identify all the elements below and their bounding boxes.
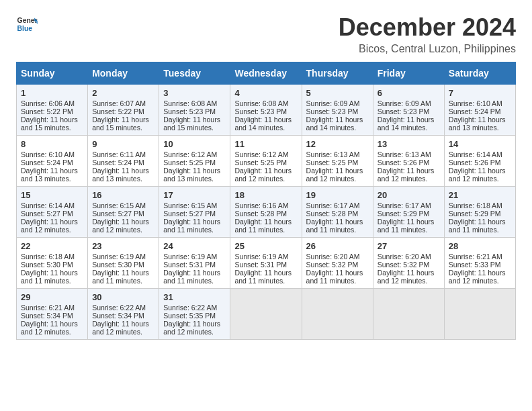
calendar-cell: 19 Sunrise: 6:17 AM Sunset: 5:28 PM Dayl…	[302, 187, 373, 238]
day-number: 17	[163, 190, 226, 200]
calendar-cell	[230, 289, 302, 340]
day-number: 3	[163, 88, 226, 98]
day-number: 14	[449, 139, 511, 149]
day-number: 8	[21, 139, 83, 149]
day-of-week-header: Monday	[88, 62, 159, 85]
day-number: 19	[306, 190, 369, 200]
sunrise-text: Sunrise: 6:19 AM	[163, 253, 217, 261]
sunrise-text: Sunrise: 6:09 AM	[306, 99, 360, 107]
day-number: 4	[234, 88, 297, 98]
daylight-text: Daylight: 11 hours and 11 minutes.	[234, 269, 292, 285]
day-of-week-header: Sunday	[17, 62, 88, 85]
day-number: 15	[21, 190, 83, 200]
sunset-text: Sunset: 5:34 PM	[92, 312, 144, 320]
sunset-text: Sunset: 5:24 PM	[21, 158, 73, 167]
sunrise-text: Sunrise: 6:19 AM	[234, 253, 288, 261]
sunset-text: Sunset: 5:27 PM	[163, 210, 216, 218]
sunrise-text: Sunrise: 6:17 AM	[306, 201, 360, 210]
sunset-text: Sunset: 5:32 PM	[306, 261, 359, 269]
sunrise-text: Sunrise: 6:13 AM	[378, 150, 431, 158]
daylight-text: Daylight: 11 hours and 12 minutes.	[92, 218, 149, 234]
calendar-cell: 13 Sunrise: 6:13 AM Sunset: 5:26 PM Dayl…	[373, 136, 444, 187]
calendar-week-row: 22 Sunrise: 6:18 AM Sunset: 5:30 PM Dayl…	[17, 238, 516, 289]
page-header: General Blue December 2024 Bicos, Centra…	[16, 13, 516, 55]
calendar-header-row: SundayMondayTuesdayWednesdayThursdayFrid…	[17, 62, 516, 85]
calendar-cell	[302, 289, 373, 340]
sunset-text: Sunset: 5:25 PM	[163, 158, 216, 167]
sunset-text: Sunset: 5:24 PM	[92, 158, 144, 167]
sunset-text: Sunset: 5:24 PM	[449, 107, 501, 116]
daylight-text: Daylight: 11 hours and 11 minutes.	[21, 269, 78, 285]
daylight-text: Daylight: 11 hours and 12 minutes.	[306, 167, 363, 183]
daylight-text: Daylight: 11 hours and 13 minutes.	[449, 116, 506, 132]
sunset-text: Sunset: 5:23 PM	[234, 107, 287, 116]
calendar-cell: 15 Sunrise: 6:14 AM Sunset: 5:27 PM Dayl…	[17, 187, 88, 238]
daylight-text: Daylight: 11 hours and 15 minutes.	[92, 116, 149, 132]
sunrise-text: Sunrise: 6:18 AM	[21, 253, 75, 261]
sunset-text: Sunset: 5:30 PM	[92, 261, 144, 269]
day-number: 30	[92, 292, 154, 302]
sunrise-text: Sunrise: 6:21 AM	[449, 253, 502, 261]
day-number: 2	[92, 88, 154, 98]
day-number: 25	[234, 241, 297, 251]
day-of-week-header: Tuesday	[159, 62, 230, 85]
sunset-text: Sunset: 5:25 PM	[234, 158, 287, 167]
day-number: 28	[449, 241, 511, 251]
daylight-text: Daylight: 11 hours and 13 minutes.	[21, 167, 78, 183]
sunset-text: Sunset: 5:25 PM	[306, 158, 359, 167]
daylight-text: Daylight: 11 hours and 12 minutes.	[378, 167, 435, 183]
daylight-text: Daylight: 11 hours and 11 minutes.	[449, 218, 506, 234]
daylight-text: Daylight: 11 hours and 12 minutes.	[92, 320, 149, 336]
sunset-text: Sunset: 5:31 PM	[163, 261, 216, 269]
daylight-text: Daylight: 11 hours and 14 minutes.	[306, 116, 363, 132]
day-number: 26	[306, 241, 369, 251]
sunrise-text: Sunrise: 6:17 AM	[378, 201, 431, 210]
calendar-cell: 12 Sunrise: 6:13 AM Sunset: 5:25 PM Dayl…	[302, 136, 373, 187]
sunrise-text: Sunrise: 6:15 AM	[92, 201, 146, 210]
day-number: 1	[21, 88, 83, 98]
sunset-text: Sunset: 5:28 PM	[234, 210, 287, 218]
calendar-cell: 20 Sunrise: 6:17 AM Sunset: 5:29 PM Dayl…	[373, 187, 444, 238]
sunrise-text: Sunrise: 6:15 AM	[163, 201, 217, 210]
sunrise-text: Sunrise: 6:12 AM	[234, 150, 288, 158]
sunset-text: Sunset: 5:35 PM	[163, 312, 216, 320]
calendar-week-row: 8 Sunrise: 6:10 AM Sunset: 5:24 PM Dayli…	[17, 136, 516, 187]
sunrise-text: Sunrise: 6:19 AM	[92, 253, 146, 261]
day-number: 23	[92, 241, 154, 251]
calendar-cell: 5 Sunrise: 6:09 AM Sunset: 5:23 PM Dayli…	[302, 85, 373, 136]
daylight-text: Daylight: 11 hours and 12 minutes.	[234, 167, 292, 183]
sunset-text: Sunset: 5:26 PM	[378, 158, 430, 167]
sunrise-text: Sunrise: 6:10 AM	[21, 150, 75, 158]
day-number: 7	[449, 88, 511, 98]
calendar-cell: 23 Sunrise: 6:19 AM Sunset: 5:30 PM Dayl…	[88, 238, 159, 289]
daylight-text: Daylight: 11 hours and 12 minutes.	[449, 269, 506, 285]
calendar-cell: 26 Sunrise: 6:20 AM Sunset: 5:32 PM Dayl…	[302, 238, 373, 289]
sunset-text: Sunset: 5:29 PM	[449, 210, 501, 218]
calendar-cell: 31 Sunrise: 6:22 AM Sunset: 5:35 PM Dayl…	[159, 289, 230, 340]
title-area: December 2024 Bicos, Central Luzon, Phil…	[339, 13, 516, 55]
sunrise-text: Sunrise: 6:22 AM	[163, 304, 217, 312]
sunset-text: Sunset: 5:23 PM	[378, 107, 430, 116]
day-number: 16	[92, 190, 154, 200]
sunrise-text: Sunrise: 6:08 AM	[234, 99, 288, 107]
calendar-cell: 10 Sunrise: 6:12 AM Sunset: 5:25 PM Dayl…	[159, 136, 230, 187]
calendar-cell: 22 Sunrise: 6:18 AM Sunset: 5:30 PM Dayl…	[17, 238, 88, 289]
day-number: 13	[378, 139, 440, 149]
daylight-text: Daylight: 11 hours and 11 minutes.	[234, 218, 292, 234]
calendar-cell: 6 Sunrise: 6:09 AM Sunset: 5:23 PM Dayli…	[373, 85, 444, 136]
daylight-text: Daylight: 11 hours and 12 minutes.	[21, 218, 78, 234]
sunset-text: Sunset: 5:23 PM	[163, 107, 216, 116]
calendar-cell: 8 Sunrise: 6:10 AM Sunset: 5:24 PM Dayli…	[17, 136, 88, 187]
calendar-cell: 25 Sunrise: 6:19 AM Sunset: 5:31 PM Dayl…	[230, 238, 302, 289]
svg-text:Blue: Blue	[17, 25, 33, 32]
sunset-text: Sunset: 5:27 PM	[21, 210, 73, 218]
sunrise-text: Sunrise: 6:06 AM	[21, 99, 75, 107]
sunrise-text: Sunrise: 6:21 AM	[21, 304, 75, 312]
daylight-text: Daylight: 11 hours and 11 minutes.	[306, 218, 363, 234]
day-number: 6	[378, 88, 440, 98]
day-number: 11	[234, 139, 297, 149]
daylight-text: Daylight: 11 hours and 12 minutes.	[449, 167, 506, 183]
calendar-week-row: 1 Sunrise: 6:06 AM Sunset: 5:22 PM Dayli…	[17, 85, 516, 136]
logo: General Blue	[16, 13, 38, 35]
sunset-text: Sunset: 5:28 PM	[306, 210, 359, 218]
